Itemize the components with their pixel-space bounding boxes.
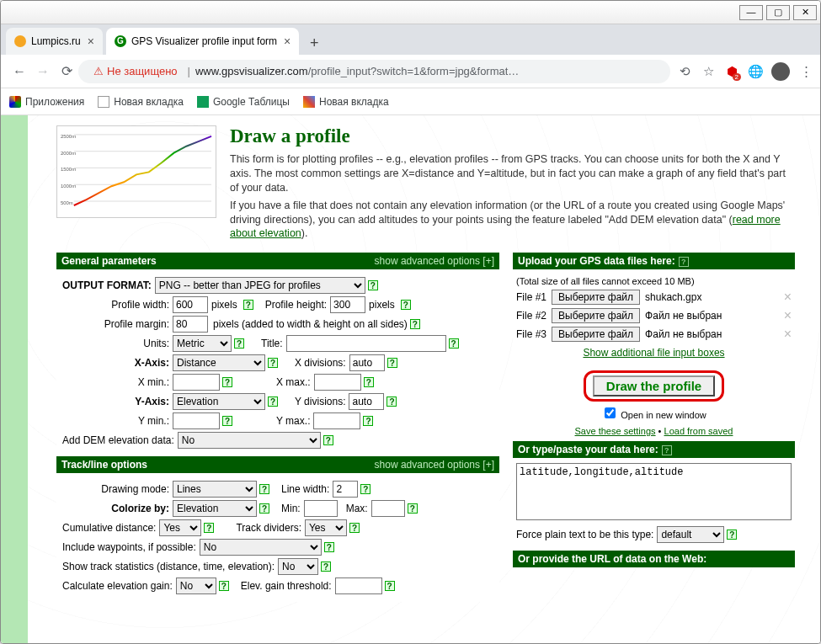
window-close-button[interactable]: ✕ (793, 5, 817, 20)
forward-button[interactable]: → (31, 60, 55, 83)
help-icon[interactable]: ? (727, 530, 737, 540)
help-icon[interactable]: ? (234, 338, 244, 349)
help-icon[interactable]: ? (222, 377, 232, 387)
tab-close-icon[interactable]: × (284, 35, 291, 48)
reload-button[interactable]: ⟳ (55, 60, 78, 83)
ymin-input[interactable] (173, 412, 220, 429)
help-icon[interactable]: ? (259, 484, 269, 494)
bookmark-apps[interactable]: Приложения (9, 96, 84, 108)
mode-select[interactable]: Lines (173, 481, 257, 498)
browser-toolbar: ← → ⟳ ⚠ Не защищено | www.gpsvisualizer.… (1, 55, 820, 88)
dem-select[interactable]: No (178, 432, 321, 449)
xaxis-select[interactable]: Distance (173, 354, 265, 371)
xmin-label: X min.: (60, 376, 169, 388)
help-icon[interactable]: ? (449, 338, 459, 349)
units-select[interactable]: Metric (173, 335, 232, 352)
help-icon[interactable]: ? (243, 300, 253, 310)
menu-icon[interactable]: ⋮ (798, 64, 813, 79)
extension-globe-icon[interactable]: 🌐 (748, 64, 763, 79)
thresh-label: Elev. gain threshold: (241, 580, 332, 592)
help-icon[interactable]: ? (679, 257, 689, 267)
apps-icon (9, 96, 21, 108)
profile-avatar[interactable] (771, 62, 790, 81)
waypoints-select[interactable]: No (200, 539, 322, 556)
window-minimize-button[interactable]: — (739, 5, 763, 20)
help-icon[interactable]: ? (268, 397, 278, 407)
load-settings-link[interactable]: Load from saved (664, 426, 733, 436)
upload-size-note: (Total size of all files cannot exceed 1… (516, 276, 792, 286)
address-bar[interactable]: ⚠ Не защищено | www.gpsvisualizer.com /p… (78, 60, 670, 83)
help-icon[interactable]: ? (360, 484, 371, 494)
colorize-select[interactable]: Elevation (173, 500, 257, 517)
help-icon[interactable]: ? (364, 377, 374, 387)
star-icon[interactable]: ☆ (701, 64, 716, 79)
help-icon[interactable]: ? (401, 300, 411, 310)
help-icon[interactable]: ? (387, 397, 397, 407)
help-icon[interactable]: ? (219, 581, 229, 591)
ymin-label: Y min.: (60, 415, 169, 427)
yaxis-select[interactable]: Elevation (173, 393, 265, 410)
colorize-min-input[interactable] (304, 500, 338, 517)
xmax-input[interactable] (314, 374, 361, 391)
help-icon[interactable]: ? (321, 562, 331, 572)
back-button[interactable]: ← (8, 60, 31, 83)
force-type-select[interactable]: default (657, 526, 724, 543)
help-icon[interactable]: ? (408, 503, 418, 514)
open-new-window-checkbox[interactable]: Open in new window (601, 410, 706, 420)
help-icon[interactable]: ? (662, 445, 672, 455)
divider-select[interactable]: Yes (305, 519, 347, 536)
paste-data-textarea[interactable] (516, 463, 792, 520)
cumdist-select[interactable]: Yes (159, 519, 201, 536)
help-icon[interactable]: ? (368, 280, 378, 290)
help-icon[interactable]: ? (324, 542, 334, 552)
new-tab-button[interactable]: + (302, 31, 326, 55)
extension-adblock-icon[interactable]: ⬢ (724, 64, 739, 79)
mode-label: Drawing mode: (60, 483, 169, 495)
stats-select[interactable]: No (278, 558, 318, 575)
tab-title: GPS Visualizer profile input form (131, 35, 277, 47)
xdiv-input[interactable] (349, 354, 385, 371)
ymax-input[interactable] (313, 412, 360, 429)
save-settings-link[interactable]: Save these settings (575, 426, 656, 436)
profile-width-input[interactable] (173, 296, 208, 313)
file-remove-2[interactable]: × (784, 308, 792, 323)
translate-icon[interactable]: ⟲ (677, 64, 692, 79)
browser-tab-gpsvisualizer[interactable]: G GPS Visualizer profile input form × (106, 28, 299, 55)
gain-select[interactable]: No (176, 577, 216, 594)
title-input[interactable] (286, 335, 446, 352)
draw-profile-button[interactable]: Draw the profile (593, 375, 715, 397)
help-icon[interactable]: ? (410, 319, 420, 329)
output-format-select[interactable]: PNG -- better than JPEG for profiles (155, 277, 365, 294)
file-choose-button-3[interactable]: Выберите файл (552, 327, 640, 342)
help-icon[interactable]: ? (222, 416, 232, 426)
help-icon[interactable]: ? (268, 358, 278, 368)
bookmark-newtab[interactable]: Новая вкладка (98, 96, 184, 108)
help-icon[interactable]: ? (387, 358, 397, 368)
file-remove-1[interactable]: × (784, 290, 792, 305)
profile-margin-input[interactable] (173, 316, 208, 333)
ydiv-input[interactable] (349, 393, 384, 410)
general-show-advanced-link[interactable]: show advanced options [+] (375, 255, 494, 267)
profile-height-input[interactable] (330, 296, 365, 313)
track-show-advanced-link[interactable]: show advanced options [+] (375, 459, 494, 471)
colorize-max-input[interactable] (371, 500, 405, 517)
bookmark-sheets[interactable]: Google Таблицы (197, 96, 290, 108)
thresh-input[interactable] (335, 577, 382, 594)
xmin-input[interactable] (173, 374, 220, 391)
help-icon[interactable]: ? (323, 435, 333, 445)
help-icon[interactable]: ? (363, 416, 373, 426)
file-choose-button-2[interactable]: Выберите файл (552, 308, 640, 323)
window-maximize-button[interactable]: ▢ (766, 5, 790, 20)
file-choose-button-1[interactable]: Выберите файл (552, 290, 640, 305)
help-icon[interactable]: ? (385, 581, 395, 591)
help-icon[interactable]: ? (204, 523, 214, 533)
browser-tab-lumpics[interactable]: Lumpics.ru × (6, 28, 103, 55)
lwidth-input[interactable] (333, 481, 358, 498)
help-icon[interactable]: ? (349, 523, 360, 533)
file-remove-3[interactable]: × (784, 327, 792, 342)
help-icon[interactable]: ? (259, 503, 269, 514)
tab-close-icon[interactable]: × (88, 35, 94, 48)
bookmark-newtab2[interactable]: Новая вкладка (303, 96, 389, 108)
url-path: /profile_input?switch=1&form=jpg&format… (308, 65, 520, 77)
show-more-files-link[interactable]: Show additional file input boxes (583, 347, 724, 359)
